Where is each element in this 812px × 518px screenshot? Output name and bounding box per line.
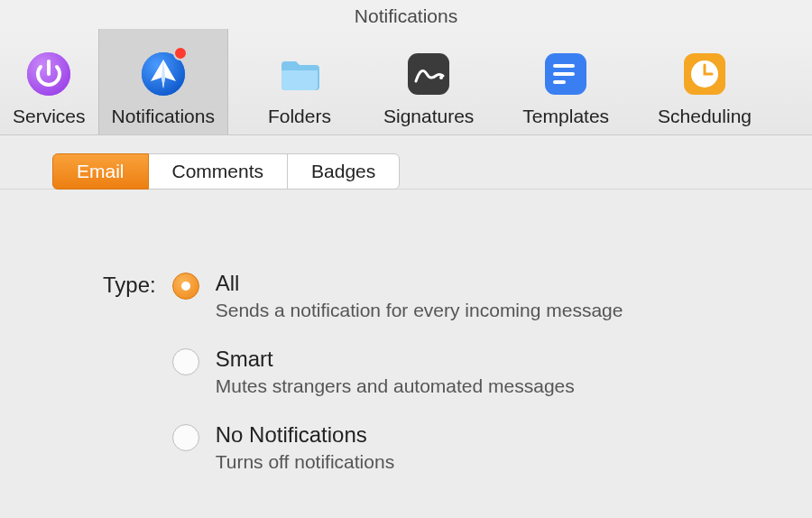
svg-rect-9 (553, 80, 566, 84)
paper-plane-icon (137, 48, 189, 100)
toolbar-item-services[interactable]: Services (0, 29, 98, 134)
svg-point-5 (439, 76, 443, 79)
folder-icon (273, 48, 326, 100)
radio-option-all[interactable]: All Sends a notification for every incom… (172, 271, 623, 321)
power-icon (23, 48, 75, 100)
toolbar-label: Templates (522, 106, 609, 127)
toolbar-label: Services (13, 106, 86, 127)
radio-icon (172, 424, 199, 451)
radio-group-type: All Sends a notification for every incom… (172, 271, 623, 473)
radio-icon (172, 273, 199, 300)
toolbar-label: Signatures (383, 106, 474, 127)
clock-icon (678, 48, 731, 100)
toolbar-item-templates[interactable]: Templates (510, 29, 622, 134)
svg-rect-7 (553, 64, 575, 68)
toolbar-label: Scheduling (658, 106, 752, 127)
templates-icon (540, 48, 592, 100)
notification-dot-icon (173, 46, 188, 60)
svg-rect-8 (553, 72, 575, 76)
type-label: Type: (103, 271, 156, 298)
radio-title: All (216, 271, 623, 296)
radio-desc: Mutes strangers and automated messages (216, 375, 575, 397)
radio-option-smart[interactable]: Smart Mutes strangers and automated mess… (172, 347, 623, 397)
tab-comments[interactable]: Comments (148, 153, 289, 190)
toolbar-item-notifications[interactable]: Notifications (98, 29, 228, 134)
radio-icon (172, 348, 199, 375)
radio-desc: Turns off notifications (216, 451, 394, 473)
toolbar-item-signatures[interactable]: Signatures (371, 29, 486, 134)
radio-title: No Notifications (216, 422, 394, 448)
window-title: Notifications (0, 0, 812, 29)
radio-title: Smart (216, 347, 575, 372)
toolbar-label: Notifications (112, 106, 215, 127)
tab-badges[interactable]: Badges (287, 153, 400, 190)
toolbar-label: Folders (268, 106, 331, 127)
signature-icon (402, 48, 455, 100)
content-area: Email Comments Badges Type: All Sends a … (0, 135, 812, 473)
radio-desc: Sends a notification for every incoming … (216, 300, 623, 321)
toolbar-item-folders[interactable]: Folders (255, 29, 344, 134)
radio-option-none[interactable]: No Notifications Turns off notifications (172, 422, 623, 473)
tab-email[interactable]: Email (52, 153, 149, 190)
preferences-toolbar: Services Notifications Folders Signature… (0, 29, 812, 135)
type-section: Type: All Sends a notification for every… (103, 271, 812, 473)
subtabs: Email Comments Badges (52, 153, 812, 190)
svg-rect-4 (408, 53, 449, 95)
toolbar-item-scheduling[interactable]: Scheduling (645, 29, 764, 134)
